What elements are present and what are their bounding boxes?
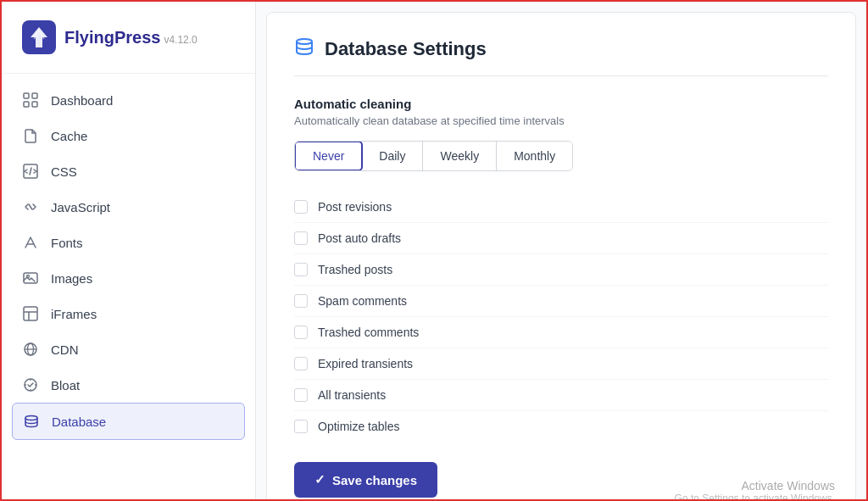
sidebar-item-label: JavaScript [51,200,110,214]
sidebar-item-label: Cache [51,129,87,143]
list-item: All transients [294,380,828,411]
post-revisions-label: Post revisions [318,200,392,214]
css-icon [22,163,39,180]
expired-transients-checkbox[interactable] [294,357,308,370]
trashed-posts-label: Trashed posts [318,263,392,276]
list-item: Expired transients [294,348,828,380]
svg-rect-3 [24,102,29,107]
activate-title: Activate Windows [675,479,835,493]
sidebar-nav: Dashboard Cache CSS [2,74,255,499]
sidebar-item-css[interactable]: CSS [2,153,255,189]
file-icon [22,127,39,144]
post-revisions-checkbox[interactable] [294,200,308,214]
interval-group: Never Daily Weekly Monthly [294,141,573,171]
sidebar-item-cache[interactable]: Cache [2,118,255,153]
svg-rect-2 [32,93,37,98]
sidebar-item-label: CDN [51,342,79,357]
grid-icon [22,92,39,109]
interval-never-button[interactable]: Never [294,141,363,171]
sidebar-item-cdn[interactable]: CDN [2,331,255,367]
list-item: Post revisions [294,192,828,223]
sidebar-item-database[interactable]: Database [12,403,245,440]
interval-weekly-button[interactable]: Weekly [423,142,497,170]
activate-subtitle: Go to Settings to activate Windows. [675,493,835,499]
logo-area: FlyingPressv4.12.0 [2,2,255,74]
app-version: v4.12.0 [164,34,197,46]
page-header: Database Settings [294,36,828,76]
fonts-icon [22,234,39,251]
save-changes-button[interactable]: ✓ Save changes [294,462,437,498]
svg-rect-1 [24,93,29,98]
sidebar-item-label: Dashboard [51,93,113,108]
sidebar-item-fonts[interactable]: Fonts [2,225,255,260]
list-item: Trashed comments [294,317,828,348]
svg-rect-8 [24,307,37,320]
spam-comments-label: Spam comments [318,294,407,308]
section-description: Automatically clean database at specifie… [294,114,828,127]
main-content: Database Settings Automatic cleaning Aut… [256,2,866,499]
all-transients-checkbox[interactable] [294,388,308,402]
flyingpress-logo-icon [22,20,56,54]
section-title: Automatic cleaning [294,97,828,111]
app-name: FlyingPress [64,28,160,47]
interval-monthly-button[interactable]: Monthly [497,142,572,170]
sidebar-item-label: Database [52,415,106,429]
images-icon [22,270,39,287]
sidebar: FlyingPressv4.12.0 Dashboard [2,2,256,499]
optimize-tables-label: Optimize tables [318,420,399,433]
list-item: Optimize tables [294,411,828,442]
post-auto-drafts-label: Post auto drafts [318,231,401,245]
page-title: Database Settings [325,38,487,60]
optimize-tables-checkbox[interactable] [294,420,308,433]
interval-daily-button[interactable]: Daily [362,142,423,170]
save-button-label: Save changes [332,473,417,487]
checkmark-icon: ✓ [314,472,326,487]
checkbox-list: Post revisions Post auto drafts Trashed … [294,192,828,442]
automatic-cleaning-section: Automatic cleaning Automatically clean d… [294,97,828,171]
sidebar-item-bloat[interactable]: Bloat [2,367,255,403]
list-item: Post auto drafts [294,223,828,254]
all-transients-label: All transients [318,388,386,402]
list-item: Spam comments [294,286,828,317]
trashed-posts-checkbox[interactable] [294,263,308,276]
sidebar-item-label: Images [51,271,92,286]
bloat-icon [22,376,39,393]
sidebar-item-label: Bloat [51,378,80,392]
sidebar-item-label: iFrames [51,307,97,321]
content-area: Database Settings Automatic cleaning Aut… [266,12,856,499]
sidebar-item-label: Fonts [51,236,83,250]
database-icon [23,413,40,430]
post-auto-drafts-checkbox[interactable] [294,231,308,245]
cdn-icon [22,341,39,358]
sidebar-item-images[interactable]: Images [2,260,255,296]
svg-point-12 [25,416,37,420]
svg-rect-4 [32,102,37,107]
sidebar-item-label: CSS [51,164,77,179]
trashed-comments-label: Trashed comments [318,326,419,339]
svg-point-13 [297,39,312,44]
sidebar-item-javascript[interactable]: JavaScript [2,189,255,225]
database-header-icon [294,36,314,62]
sidebar-item-dashboard[interactable]: Dashboard [2,82,255,118]
spam-comments-checkbox[interactable] [294,294,308,308]
expired-transients-label: Expired transients [318,357,413,370]
activate-windows-watermark: Activate Windows Go to Settings to activ… [675,479,835,499]
trashed-comments-checkbox[interactable] [294,326,308,339]
iframes-icon [22,305,39,322]
js-icon [22,198,39,215]
list-item: Trashed posts [294,254,828,286]
sidebar-item-iframes[interactable]: iFrames [2,296,255,331]
